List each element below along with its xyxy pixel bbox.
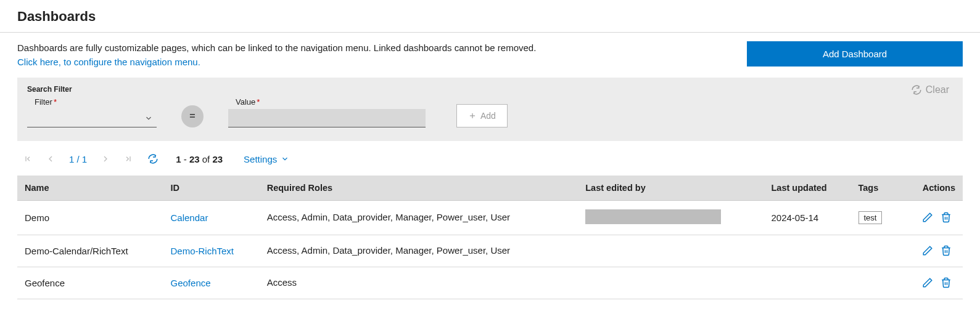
- page-title: Dashboards: [0, 0, 980, 33]
- col-roles[interactable]: Required Roles: [260, 176, 579, 201]
- pencil-icon: [922, 245, 933, 256]
- cell-tags: [851, 235, 899, 267]
- cell-roles: Access, Admin, Data_provider, Manager, P…: [260, 235, 579, 267]
- pager-range-from: 1: [176, 154, 181, 164]
- pager-next-button[interactable]: [98, 153, 113, 165]
- cell-edited-by: [578, 201, 764, 235]
- cell-actions: [899, 235, 963, 267]
- edit-button[interactable]: [918, 276, 937, 289]
- filter-select[interactable]: [27, 109, 157, 127]
- cell-updated: [764, 267, 850, 299]
- redacted-block: [585, 209, 721, 224]
- cell-id: Calendar: [163, 201, 260, 235]
- delete-button[interactable]: [937, 244, 955, 257]
- cell-tags: test: [851, 201, 899, 235]
- col-updated[interactable]: Last updated: [764, 176, 850, 201]
- col-tags[interactable]: Tags: [851, 176, 899, 201]
- filter-panel-title: Search Filter: [27, 85, 953, 94]
- dashboard-id-link[interactable]: Demo-RichText: [171, 246, 234, 256]
- required-mark: *: [52, 97, 57, 107]
- filter-label: Filter*: [27, 97, 157, 107]
- value-label-text: Value: [236, 97, 255, 107]
- cell-tags: [851, 267, 899, 299]
- value-field: Value*: [228, 97, 426, 127]
- edit-button[interactable]: [918, 244, 937, 257]
- table-row: GeofenceGeofenceAccess: [17, 267, 963, 299]
- col-name[interactable]: Name: [17, 176, 163, 201]
- pager-page-display: 1 / 1: [69, 154, 87, 164]
- cell-roles: Access, Admin, Data_provider, Manager, P…: [260, 201, 579, 235]
- dashboards-table: Name ID Required Roles Last edited by La…: [17, 176, 963, 299]
- value-input[interactable]: [228, 109, 426, 127]
- trash-icon: [941, 245, 952, 256]
- settings-link[interactable]: Settings: [244, 154, 289, 164]
- refresh-icon: [911, 84, 922, 95]
- delete-button[interactable]: [937, 276, 955, 289]
- pencil-icon: [922, 277, 933, 288]
- cell-updated: [764, 235, 850, 267]
- table-row: DemoCalendarAccess, Admin, Data_provider…: [17, 201, 963, 235]
- pager-first-button[interactable]: [20, 153, 35, 165]
- col-actions: Actions: [899, 176, 963, 201]
- add-filter-button[interactable]: Add: [456, 104, 508, 127]
- pager-total: 23: [212, 154, 223, 164]
- of-word-text: of: [202, 154, 210, 164]
- intro-row: Dashboards are fully customizable pages,…: [17, 41, 963, 69]
- required-mark: *: [255, 97, 260, 107]
- cell-actions: [899, 201, 963, 235]
- add-filter-label: Add: [480, 111, 496, 121]
- col-id[interactable]: ID: [163, 176, 260, 201]
- clear-label: Clear: [926, 84, 949, 95]
- dashboard-id-link[interactable]: Geofence: [171, 278, 211, 288]
- filter-label-text: Filter: [35, 97, 52, 107]
- chevron-down-icon: [281, 155, 289, 163]
- operator-badge[interactable]: =: [181, 105, 204, 127]
- cell-roles: Access: [260, 267, 579, 299]
- intro-text: Dashboards are fully customizable pages,…: [17, 41, 536, 69]
- pager-refresh-button[interactable]: [145, 152, 161, 166]
- plus-icon: [468, 111, 477, 120]
- cell-name: Demo: [17, 201, 163, 235]
- intro-description: Dashboards are fully customizable pages,…: [17, 42, 536, 53]
- table-row: Demo-Calendar/RichTextDemo-RichTextAcces…: [17, 235, 963, 267]
- cell-updated: 2024-05-14: [764, 201, 850, 235]
- clear-filter-button[interactable]: Clear: [907, 84, 953, 96]
- pager-row: 1 / 1 1 - 23 of 23 Settings: [17, 147, 963, 176]
- configure-nav-link[interactable]: Click here, to configure the navigation …: [17, 57, 200, 67]
- trash-icon: [941, 212, 952, 223]
- cell-id: Geofence: [163, 267, 260, 299]
- pencil-icon: [922, 212, 933, 223]
- cell-name: Geofence: [17, 267, 163, 299]
- cell-edited-by: [578, 267, 764, 299]
- cell-name: Demo-Calendar/RichText: [17, 235, 163, 267]
- tag-chip: test: [859, 211, 883, 224]
- col-edited-by[interactable]: Last edited by: [578, 176, 764, 201]
- value-label: Value*: [228, 97, 426, 107]
- add-dashboard-button[interactable]: Add Dashboard: [747, 41, 963, 67]
- pager-range-to: 23: [189, 154, 200, 164]
- dashboard-id-link[interactable]: Calendar: [171, 212, 208, 223]
- filter-field: Filter*: [27, 97, 157, 127]
- trash-icon: [941, 277, 952, 288]
- edit-button[interactable]: [918, 211, 937, 224]
- cell-edited-by: [578, 235, 764, 267]
- settings-label: Settings: [244, 154, 277, 164]
- search-filter-panel: Clear Search Filter Filter* = Value*: [17, 78, 963, 141]
- dash: -: [184, 154, 189, 164]
- pager-range: 1 - 23 of 23: [176, 154, 223, 164]
- pager-prev-button[interactable]: [43, 153, 58, 165]
- delete-button[interactable]: [937, 211, 955, 224]
- cell-id: Demo-RichText: [163, 235, 260, 267]
- table-header-row: Name ID Required Roles Last edited by La…: [17, 176, 963, 201]
- cell-actions: [899, 267, 963, 299]
- pager-last-button[interactable]: [121, 153, 136, 165]
